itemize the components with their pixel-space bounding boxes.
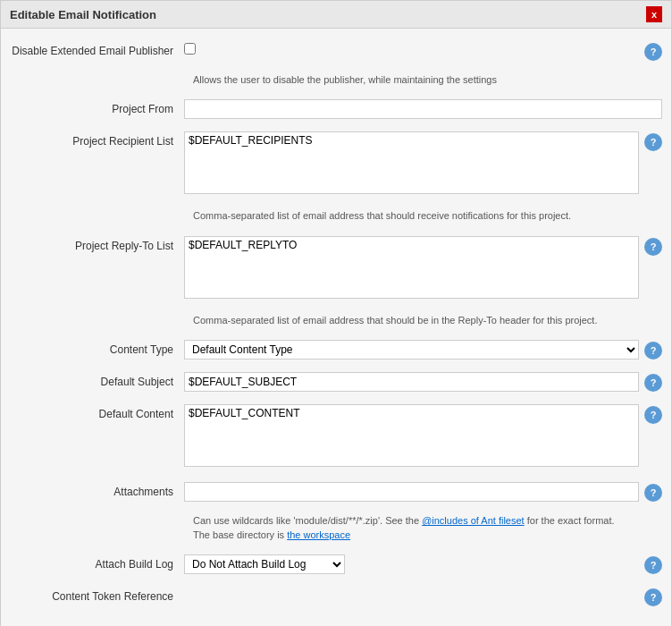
attachments-link2[interactable]: the workspace bbox=[287, 529, 350, 540]
project-from-control-wrap bbox=[184, 99, 662, 119]
panel-title: Editable Email Notification bbox=[10, 8, 156, 21]
project-from-input-wrap bbox=[184, 99, 662, 119]
recipient-hint-row: Comma-separated list of email address th… bbox=[1, 206, 671, 226]
content-type-select-wrap: Default Content Type HTML Plain Text Bot… bbox=[184, 340, 639, 360]
attach-build-log-control-wrap: Do Not Attach Build Log Attach Build Log… bbox=[184, 554, 662, 574]
disable-hint-text: Allows the user to disable the publisher… bbox=[193, 73, 497, 87]
recipient-list-input-wrap: $DEFAULT_RECIPIENTS bbox=[184, 131, 639, 197]
reply-to-input-wrap: $DEFAULT_REPLYTO bbox=[184, 236, 639, 301]
default-content-control-wrap: $DEFAULT_CONTENT ? bbox=[184, 404, 662, 470]
attachments-input-wrap bbox=[184, 482, 639, 502]
default-subject-control-wrap: ? bbox=[184, 372, 662, 392]
attachments-hint-text: Can use wildcards like 'module/dist/**/*… bbox=[193, 514, 615, 542]
attachments-hint2: for the exact format. bbox=[527, 515, 615, 526]
content-type-label: Content Type bbox=[10, 340, 184, 356]
default-subject-input[interactable] bbox=[184, 372, 639, 392]
attachments-hint3: The base directory is bbox=[193, 529, 284, 540]
recipient-list-textarea[interactable]: $DEFAULT_RECIPIENTS bbox=[184, 131, 639, 194]
panel-header: Editable Email Notification x bbox=[1, 1, 671, 29]
reply-to-control-wrap: $DEFAULT_REPLYTO ? bbox=[184, 236, 662, 301]
content-token-row: Content Token Reference ? bbox=[1, 583, 671, 610]
disable-control-wrap: ? bbox=[184, 41, 662, 61]
reply-to-textarea[interactable]: $DEFAULT_REPLYTO bbox=[184, 236, 639, 299]
project-from-label: Project From bbox=[10, 99, 184, 115]
project-from-row: Project From bbox=[1, 96, 671, 123]
close-button[interactable]: x bbox=[646, 6, 662, 22]
default-content-help-icon[interactable]: ? bbox=[644, 406, 662, 424]
attachments-hint1: Can use wildcards like 'module/dist/**/*… bbox=[193, 515, 419, 526]
default-content-row: Default Content $DEFAULT_CONTENT ? bbox=[1, 401, 671, 473]
disable-hint-row: Allows the user to disable the publisher… bbox=[1, 70, 671, 90]
default-subject-row: Default Subject ? bbox=[1, 368, 671, 395]
recipient-list-control-wrap: $DEFAULT_RECIPIENTS ? bbox=[184, 131, 662, 197]
content-type-select[interactable]: Default Content Type HTML Plain Text Bot… bbox=[184, 340, 639, 360]
reply-to-row: Project Reply-To List $DEFAULT_REPLYTO ? bbox=[1, 233, 671, 305]
reply-to-label: Project Reply-To List bbox=[10, 236, 184, 252]
attachments-link1[interactable]: @includes of Ant fileset bbox=[422, 515, 525, 526]
disable-checkbox[interactable] bbox=[184, 43, 196, 55]
disable-label: Disable Extended Email Publisher bbox=[10, 41, 184, 57]
disable-help-icon[interactable]: ? bbox=[644, 43, 662, 61]
content-type-row: Content Type Default Content Type HTML P… bbox=[1, 336, 671, 363]
content-type-control-wrap: Default Content Type HTML Plain Text Bot… bbox=[184, 340, 662, 360]
attachments-row: Attachments ? bbox=[1, 478, 671, 505]
attach-build-log-select[interactable]: Do Not Attach Build Log Attach Build Log… bbox=[184, 554, 345, 574]
attachments-control-wrap: ? bbox=[184, 482, 662, 502]
reply-to-hint-row: Comma-separated list of email address th… bbox=[1, 310, 671, 331]
default-subject-help-icon[interactable]: ? bbox=[644, 374, 662, 392]
content-token-control-wrap: ? bbox=[184, 587, 662, 606]
attach-build-log-select-wrap: Do Not Attach Build Log Attach Build Log… bbox=[184, 554, 639, 574]
attachments-input[interactable] bbox=[184, 482, 639, 502]
default-content-textarea[interactable]: $DEFAULT_CONTENT bbox=[184, 404, 639, 467]
default-content-label: Default Content bbox=[10, 404, 184, 420]
content-token-label: Content Token Reference bbox=[10, 587, 184, 603]
attach-build-log-row: Attach Build Log Do Not Attach Build Log… bbox=[1, 551, 671, 578]
form-body: Disable Extended Email Publisher ? Allow… bbox=[1, 29, 671, 626]
attachments-help-icon[interactable]: ? bbox=[644, 484, 662, 502]
reply-to-hint-text: Comma-separated list of email address th… bbox=[193, 314, 597, 327]
default-subject-label: Default Subject bbox=[10, 372, 184, 388]
recipient-hint-text: Comma-separated list of email address th… bbox=[193, 209, 571, 223]
attach-build-log-help-icon[interactable]: ? bbox=[644, 556, 662, 574]
default-content-input-wrap: $DEFAULT_CONTENT bbox=[184, 404, 639, 470]
recipient-list-help-icon[interactable]: ? bbox=[644, 133, 662, 151]
content-type-help-icon[interactable]: ? bbox=[644, 342, 662, 360]
editable-email-panel: Editable Email Notification x Disable Ex… bbox=[0, 0, 672, 626]
disable-row: Disable Extended Email Publisher ? bbox=[1, 38, 671, 64]
reply-to-help-icon[interactable]: ? bbox=[644, 238, 662, 256]
attach-build-log-label: Attach Build Log bbox=[10, 554, 184, 571]
attachments-label: Attachments bbox=[10, 482, 184, 498]
advanced-btn-row: Advanced Settings... bbox=[1, 619, 671, 626]
recipient-list-label: Project Recipient List bbox=[10, 131, 184, 148]
default-subject-input-wrap bbox=[184, 372, 639, 392]
content-token-help-icon[interactable]: ? bbox=[644, 588, 662, 606]
project-from-input[interactable] bbox=[184, 99, 662, 119]
recipient-list-row: Project Recipient List $DEFAULT_RECIPIEN… bbox=[1, 128, 671, 200]
attachments-hint-row: Can use wildcards like 'module/dist/**/*… bbox=[1, 511, 671, 546]
disable-checkbox-wrap bbox=[184, 41, 639, 55]
